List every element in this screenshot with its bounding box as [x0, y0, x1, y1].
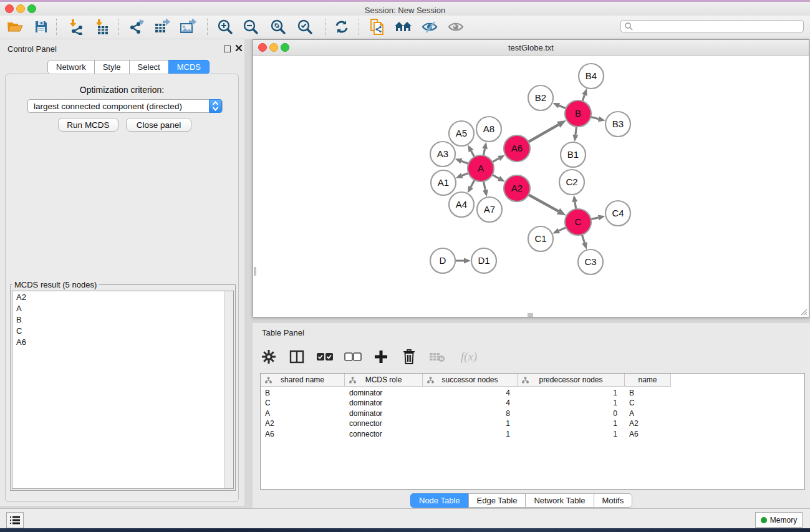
node-table-header: shared nameMCDS rolesuccessor nodesprede…: [261, 374, 671, 387]
zoom-fit-icon[interactable]: [268, 17, 288, 36]
close-panel-icon[interactable]: [235, 44, 243, 52]
table-cell: dominator: [345, 409, 423, 418]
graph-edge-arrowhead: [552, 103, 560, 108]
mcds-result-item[interactable]: C: [12, 325, 233, 336]
export-network-icon[interactable]: [127, 17, 147, 36]
table-settings-gear-icon[interactable]: [260, 348, 277, 365]
zoom-out-icon[interactable]: [241, 17, 261, 36]
table-row-A2[interactable]: A2connector11A2: [261, 418, 671, 428]
result-list-scrollbar[interactable]: [224, 291, 233, 488]
column-header-predecessor-nodes[interactable]: predecessor nodes: [518, 374, 625, 387]
node-table[interactable]: shared nameMCDS rolesuccessor nodesprede…: [260, 373, 805, 490]
zoom-in-icon[interactable]: [215, 17, 235, 36]
table-cell: 1: [518, 388, 625, 398]
toolbar-separator: [325, 19, 326, 35]
table-row-B[interactable]: Bdominator41B: [261, 388, 671, 398]
run-mcds-button[interactable]: Run MCDS: [58, 118, 118, 132]
delete-table-icon[interactable]: [428, 348, 446, 365]
delete-column-trash-icon[interactable]: [400, 348, 418, 365]
open-session-icon[interactable]: [5, 17, 25, 36]
graph-node-label: C: [575, 216, 582, 227]
tab-style[interactable]: Style: [94, 60, 130, 74]
home-networks-icon[interactable]: [393, 17, 413, 36]
close-panel-button[interactable]: Close panel: [126, 118, 191, 132]
column-header-name[interactable]: name: [625, 374, 671, 387]
session-title: Session: New Session: [0, 6, 810, 15]
search-input[interactable]: [633, 21, 798, 31]
horizontal-scroll-thumb[interactable]: [528, 313, 533, 317]
graph-node-label: B4: [586, 70, 597, 81]
column-header-MCDS-role[interactable]: MCDS role: [345, 374, 423, 387]
graph-edge-arrowhead: [482, 142, 488, 150]
resize-grip-icon[interactable]: [799, 307, 808, 316]
table-row-A[interactable]: Adominator80A: [261, 409, 671, 418]
table-row-A6[interactable]: A6connector11A6: [261, 429, 671, 439]
toolbar-separator: [207, 19, 208, 35]
criterion-dropdown[interactable]: largest connected component (directed): [27, 99, 223, 113]
table-cell: 4: [423, 398, 518, 408]
mcds-result-item[interactable]: A: [12, 302, 233, 314]
network-window-titlebar[interactable]: testGlobe.txt: [253, 40, 809, 56]
save-session-icon[interactable]: [31, 17, 51, 36]
graph-node-label: A2: [511, 183, 523, 193]
table-row-C[interactable]: Cdominator41C: [261, 398, 671, 408]
graph-node-label: B3: [612, 118, 624, 129]
table-cell: 1: [423, 418, 518, 428]
select-all-columns-icon[interactable]: [316, 348, 334, 365]
tab-mcds[interactable]: MCDS: [168, 60, 210, 74]
export-image-icon[interactable]: [178, 17, 198, 36]
hide-eye-icon[interactable]: [420, 17, 440, 36]
mcds-result-item[interactable]: A6: [12, 336, 233, 347]
search-icon: [624, 22, 633, 31]
table-tab-edge-table[interactable]: Edge Table: [468, 493, 526, 508]
column-header-successor-nodes[interactable]: successor nodes: [423, 374, 518, 387]
import-table-icon[interactable]: [92, 17, 112, 36]
hierarchy-icon: [349, 377, 356, 384]
create-column-plus-icon[interactable]: [372, 348, 390, 365]
tab-network[interactable]: Network: [47, 60, 95, 74]
export-table-icon[interactable]: [152, 17, 172, 36]
refresh-icon[interactable]: [332, 17, 352, 36]
column-header-label: name: [638, 375, 657, 384]
memory-status-button[interactable]: Memory: [755, 512, 803, 528]
control-panel-tabs: NetworkStyleSelectMCDS: [47, 60, 210, 74]
graph-edge-arrowhead: [557, 208, 566, 216]
float-panel-icon[interactable]: [224, 46, 231, 52]
criterion-selected-value: largest connected component (directed): [34, 102, 182, 111]
function-builder-icon[interactable]: f(x): [456, 348, 481, 365]
show-eye-icon[interactable]: [446, 17, 466, 36]
import-network-icon[interactable]: [66, 17, 86, 36]
table-cell: 1: [518, 429, 625, 439]
table-tab-motifs[interactable]: Motifs: [594, 493, 633, 508]
optimization-criterion-label: Optimization criterion:: [6, 85, 238, 95]
tab-select[interactable]: Select: [129, 60, 169, 74]
duplicate-network-icon[interactable]: [367, 17, 387, 36]
graph-edge-arrowhead: [557, 120, 566, 128]
network-graph[interactable]: B4B2BB3A8A5A6A3B1AC2A1A2A4A7C4CC1DD1C3: [253, 56, 809, 317]
mcds-result-item[interactable]: B: [12, 314, 233, 325]
memory-label: Memory: [770, 516, 797, 525]
table-tab-network-table[interactable]: Network Table: [525, 493, 594, 508]
table-cell: A2: [261, 418, 345, 428]
graph-edge-arrowhead: [464, 258, 471, 264]
task-history-list-icon[interactable]: [6, 512, 24, 528]
zoom-selected-icon[interactable]: [295, 17, 315, 36]
mcds-result-item[interactable]: A2: [12, 291, 233, 302]
graph-edge-arrowhead: [572, 135, 578, 142]
table-cell: connector: [345, 429, 423, 439]
column-header-shared-name[interactable]: shared name: [261, 374, 345, 387]
table-cell: 1: [518, 418, 625, 428]
toggle-panel-columns-icon[interactable]: [288, 348, 306, 365]
main-titlebar[interactable]: Session: New Session: [0, 2, 810, 16]
table-tab-node-table[interactable]: Node Table: [410, 493, 469, 508]
graph-node-label: C2: [566, 177, 577, 187]
mcds-result-items: A2ABCA6: [12, 291, 233, 347]
table-cell: 1: [518, 398, 625, 408]
search-field[interactable]: [620, 20, 804, 32]
mcds-result-list[interactable]: A2ABCA6: [12, 291, 234, 489]
unselect-all-columns-icon[interactable]: [344, 348, 362, 365]
vertical-scroll-thumb[interactable]: [254, 267, 256, 276]
graph-node-label: D1: [478, 255, 489, 266]
control-panel: Control Panel NetworkStyleSelectMCDS Opt…: [0, 39, 244, 506]
table-cell: A6: [625, 429, 671, 439]
